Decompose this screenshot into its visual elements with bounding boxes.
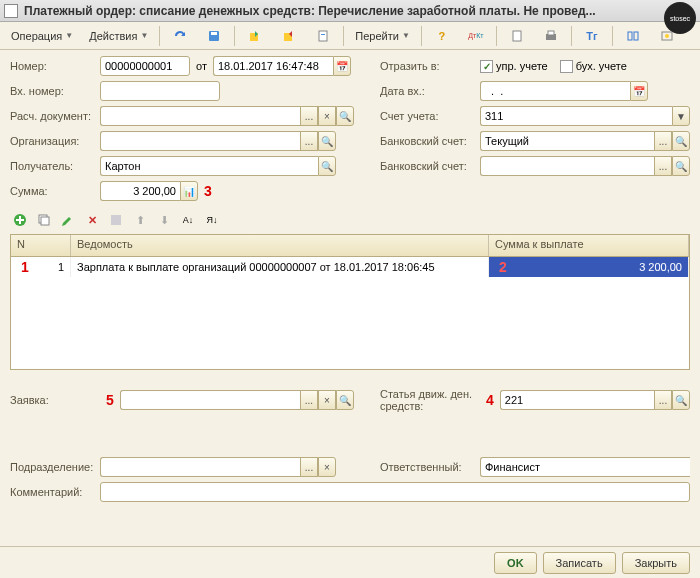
col-sum-header[interactable]: Сумма к выплате — [489, 235, 689, 256]
arrow-down-button[interactable]: ⬇ — [154, 210, 174, 230]
add-row-button[interactable] — [10, 210, 30, 230]
sum-input[interactable] — [100, 181, 180, 201]
org-input[interactable] — [100, 131, 300, 151]
print-button[interactable] — [535, 25, 567, 47]
structure-button[interactable]: Тг — [576, 25, 608, 47]
mark-3: 3 — [204, 183, 212, 199]
actions-menu[interactable]: Действия▼ — [82, 25, 155, 47]
calc-button[interactable]: 📊 — [180, 181, 198, 201]
account-dropdown-button[interactable]: ▼ — [672, 106, 690, 126]
bank-search-button[interactable]: 🔍 — [672, 131, 690, 151]
doc-search-button[interactable]: 🔍 — [336, 106, 354, 126]
dept-label: Подразделение: — [10, 461, 100, 473]
bank2-select-button[interactable]: ... — [654, 156, 672, 176]
payments-grid[interactable]: N Ведомость Сумма к выплате 1 1 Зарплата… — [10, 234, 690, 370]
doc-select-button[interactable]: ... — [300, 106, 318, 126]
help-button[interactable]: ? — [426, 25, 458, 47]
request-select-button[interactable]: ... — [300, 390, 318, 410]
mark-2: 2 — [499, 259, 507, 275]
bank2-input[interactable] — [480, 156, 654, 176]
edit-row-button[interactable] — [58, 210, 78, 230]
unpost-button[interactable] — [273, 25, 305, 47]
bank-select-button[interactable]: ... — [654, 131, 672, 151]
close-button[interactable]: Закрыть — [622, 552, 690, 574]
account-label: Счет учета: — [380, 110, 480, 122]
date-input[interactable] — [213, 56, 333, 76]
request-clear-button[interactable]: × — [318, 390, 336, 410]
recipient-label: Получатель: — [10, 160, 100, 172]
grid-header: N Ведомость Сумма к выплате — [11, 235, 689, 257]
in-date-label: Дата вх.: — [380, 85, 480, 97]
dds-input[interactable] — [500, 390, 654, 410]
from-label: от — [196, 60, 207, 72]
move-up-button[interactable] — [106, 210, 126, 230]
sort-desc-button[interactable]: Я↓ — [202, 210, 222, 230]
goto-menu[interactable]: Перейти▼ — [348, 25, 417, 47]
resp-label: Ответственный: — [380, 461, 480, 473]
bank2-search-button[interactable]: 🔍 — [672, 156, 690, 176]
dept-input[interactable] — [100, 457, 300, 477]
mark-5: 5 — [106, 392, 114, 408]
request-input[interactable] — [120, 390, 300, 410]
number-input[interactable] — [100, 56, 190, 76]
in-date-input[interactable] — [480, 81, 630, 101]
bank2-label: Банковский счет: — [380, 160, 480, 172]
window-title: Платежный ордер: списание денежных средс… — [24, 4, 596, 18]
recipient-search-button[interactable]: 🔍 — [318, 156, 336, 176]
svg-rect-1 — [211, 32, 217, 35]
in-number-label: Вх. номер: — [10, 85, 100, 97]
dtkt-button[interactable]: ДтКт — [460, 25, 492, 47]
account-input[interactable] — [480, 106, 672, 126]
save-button[interactable] — [198, 25, 230, 47]
titlebar: Платежный ордер: списание денежных средс… — [0, 0, 700, 22]
in-number-input[interactable] — [100, 81, 220, 101]
ok-button[interactable]: OK — [494, 552, 537, 574]
mark-1: 1 — [21, 259, 29, 275]
calendar-button[interactable]: 📅 — [333, 56, 351, 76]
basis-button[interactable] — [307, 25, 339, 47]
request-search-button[interactable]: 🔍 — [336, 390, 354, 410]
col-ved-header[interactable]: Ведомость — [71, 235, 489, 256]
in-date-calendar-button[interactable]: 📅 — [630, 81, 648, 101]
dept-clear-button[interactable]: × — [318, 457, 336, 477]
resp-input[interactable] — [480, 457, 690, 477]
acct-checkbox[interactable] — [560, 60, 573, 73]
recipient-input[interactable] — [100, 156, 318, 176]
dds-select-button[interactable]: ... — [654, 390, 672, 410]
svg-rect-16 — [111, 215, 121, 225]
acct-label: бух. учете — [576, 60, 627, 72]
reflect-label: Отразить в: — [380, 60, 480, 72]
linked-button[interactable] — [617, 25, 649, 47]
form-area: Номер: от 📅 Отразить в: ✓ упр. учете бух… — [0, 50, 700, 513]
dds-search-button[interactable]: 🔍 — [672, 390, 690, 410]
copy-row-button[interactable] — [34, 210, 54, 230]
mgmt-checkbox[interactable]: ✓ — [480, 60, 493, 73]
org-select-button[interactable]: ... — [300, 131, 318, 151]
svg-rect-8 — [548, 31, 554, 35]
refresh-button[interactable] — [164, 25, 196, 47]
delete-row-button[interactable]: ✕ — [82, 210, 102, 230]
dept-select-button[interactable]: ... — [300, 457, 318, 477]
col-n-header[interactable]: N — [11, 235, 71, 256]
arrow-up-button[interactable]: ⬆ — [130, 210, 150, 230]
dds-label: Статья движ. ден. средств: — [380, 388, 480, 412]
save-record-button[interactable]: Записать — [543, 552, 616, 574]
table-row[interactable]: 1 1 Зарплата к выплате организаций 00000… — [11, 257, 689, 277]
report-button[interactable] — [501, 25, 533, 47]
operation-menu[interactable]: Операция▼ — [4, 25, 80, 47]
post-button[interactable] — [239, 25, 271, 47]
grid-toolbar: ✕ ⬆ ⬇ A↓ Я↓ — [10, 206, 690, 234]
number-label: Номер: — [10, 60, 100, 72]
cell-sum: 2 3 200,00 — [489, 257, 689, 277]
sort-asc-button[interactable]: A↓ — [178, 210, 198, 230]
svg-rect-5 — [321, 34, 325, 35]
document-icon — [4, 4, 18, 18]
doc-label: Расч. документ: — [10, 110, 100, 122]
comment-input[interactable] — [100, 482, 690, 502]
bank-label: Банковский счет: — [380, 135, 480, 147]
doc-clear-button[interactable]: × — [318, 106, 336, 126]
doc-input[interactable] — [100, 106, 300, 126]
mgmt-label: упр. учете — [496, 60, 548, 72]
org-search-button[interactable]: 🔍 — [318, 131, 336, 151]
bank-input[interactable] — [480, 131, 654, 151]
